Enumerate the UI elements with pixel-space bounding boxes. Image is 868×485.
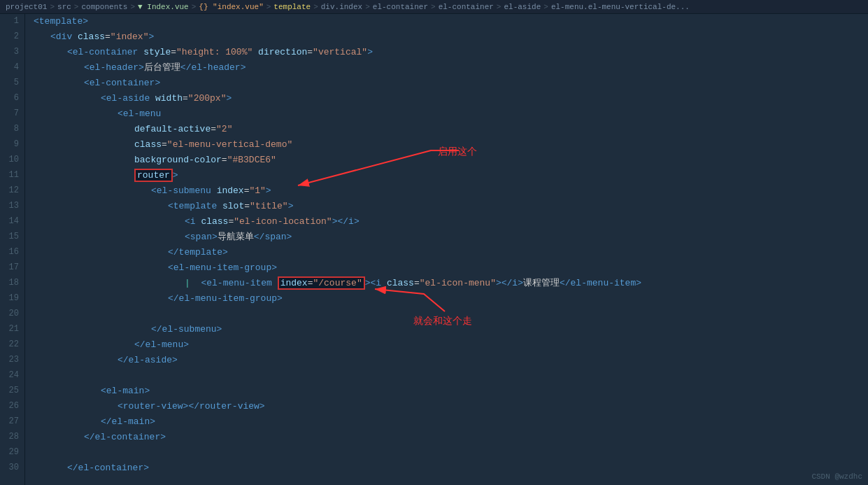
code-line-25: <el-main> bbox=[25, 384, 868, 399]
bc-project: project01 bbox=[6, 3, 47, 11]
bc-el-menu: el-menu.el-menu-vertical-de... bbox=[551, 3, 690, 11]
bc-el-container2: el-container bbox=[439, 3, 494, 11]
code-line-28: </el-container> bbox=[25, 430, 868, 445]
code-line-20 bbox=[25, 307, 868, 322]
index-highlight: index="/course" bbox=[278, 276, 365, 290]
code-content: <template> <div class="index"> <el-conta… bbox=[25, 14, 868, 485]
code-editor: 1 2 3 4 5 6 7 8 9 10 11 12 13 14 15 16 1… bbox=[0, 14, 868, 485]
code-line-13: <template slot="title"> bbox=[25, 199, 868, 214]
code-line-12: <el-submenu index="1"> bbox=[25, 183, 868, 199]
code-line-21: </el-submenu> bbox=[25, 322, 868, 337]
code-line-18: | <el-menu-item index="/course"><i class… bbox=[25, 276, 868, 291]
footer-credit: CSDN @wzdhc bbox=[811, 471, 862, 484]
code-line-4: <el-header>后台管理</el-header> bbox=[25, 60, 868, 76]
code-line-27: </el-main> bbox=[25, 414, 868, 430]
code-line-26: <router-view></router-view> bbox=[25, 399, 868, 414]
line-numbers: 1 2 3 4 5 6 7 8 9 10 11 12 13 14 15 16 1… bbox=[0, 14, 25, 485]
code-line-30: </el-container> bbox=[25, 461, 868, 476]
code-line-2: <div class="index"> bbox=[25, 29, 868, 45]
code-line-3: <el-container style="height: 100%" direc… bbox=[25, 45, 868, 60]
code-line-5: <el-container> bbox=[25, 76, 868, 91]
code-line-11: router> bbox=[25, 168, 868, 183]
code-line-24 bbox=[25, 368, 868, 384]
code-line-14: <i class="el-icon-location"></i> bbox=[25, 214, 868, 230]
code-line-6: <el-aside width="200px"> bbox=[25, 91, 868, 106]
bc-obj: {} "index.vue" bbox=[199, 3, 263, 11]
code-line-16: </template> bbox=[25, 245, 868, 260]
code-line-29 bbox=[25, 445, 868, 461]
code-line-23: </el-aside> bbox=[25, 353, 868, 368]
bc-components: components bbox=[81, 3, 127, 11]
code-line-8: default-active="2" bbox=[25, 122, 868, 137]
code-line-22: </el-menu> bbox=[25, 337, 868, 353]
bc-div: div.index bbox=[321, 3, 362, 11]
code-line-17: <el-menu-item-group> bbox=[25, 260, 868, 276]
code-line-19: </el-menu-item-group> bbox=[25, 291, 868, 307]
bc-el-aside: el-aside bbox=[504, 3, 541, 11]
bc-file: ▼ Index.vue bbox=[138, 3, 189, 11]
code-line-9: class="el-menu-vertical-demo" bbox=[25, 137, 868, 153]
code-line-15: <span>导航菜单</span> bbox=[25, 230, 868, 245]
bc-src: src bbox=[57, 3, 71, 11]
code-line-1: <template> bbox=[25, 14, 868, 29]
code-line-7: <el-menu bbox=[25, 106, 868, 122]
bc-el-container1: el-container bbox=[373, 3, 428, 11]
router-highlight: router bbox=[134, 169, 173, 182]
breadcrumb-bar: project01 > src > components > ▼ Index.v… bbox=[0, 0, 868, 14]
code-line-10: background-color="#B3DCE6" bbox=[25, 153, 868, 168]
bc-template: template bbox=[273, 3, 311, 11]
